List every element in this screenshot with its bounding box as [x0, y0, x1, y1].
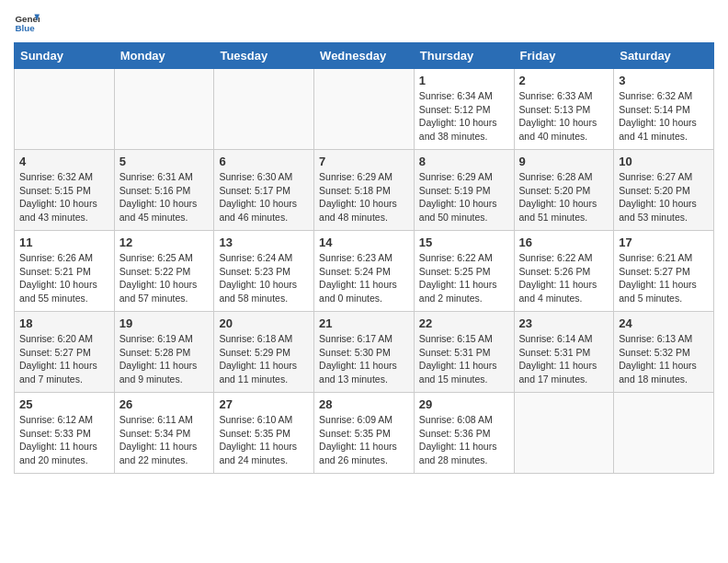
day-number: 20 [219, 316, 309, 330]
day-info: Sunrise: 6:34 AMSunset: 5:12 PMDaylight:… [419, 89, 509, 144]
day-number: 16 [519, 236, 609, 249]
day-info: Sunrise: 6:22 AMSunset: 5:26 PMDaylight:… [519, 251, 609, 305]
day-info: Sunrise: 6:26 AMSunset: 5:21 PMDaylight:… [19, 251, 109, 305]
calendar-cell: 3Sunrise: 6:32 AMSunset: 5:14 PMDaylight… [614, 69, 714, 150]
calendar-cell: 26Sunrise: 6:11 AMSunset: 5:34 PMDayligh… [114, 393, 214, 474]
week-row-4: 18Sunrise: 6:20 AMSunset: 5:27 PMDayligh… [15, 312, 714, 393]
day-info: Sunrise: 6:20 AMSunset: 5:27 PMDaylight:… [19, 332, 109, 386]
calendar-cell: 18Sunrise: 6:20 AMSunset: 5:27 PMDayligh… [15, 312, 115, 393]
calendar-cell: 9Sunrise: 6:28 AMSunset: 5:20 PMDaylight… [514, 150, 614, 231]
day-info: Sunrise: 6:17 AMSunset: 5:30 PMDaylight:… [319, 332, 409, 386]
day-info: Sunrise: 6:10 AMSunset: 5:35 PMDaylight:… [219, 413, 309, 467]
calendar-cell: 13Sunrise: 6:24 AMSunset: 5:23 PMDayligh… [214, 231, 314, 312]
svg-text:Blue: Blue [15, 23, 35, 33]
weekday-header-row: SundayMondayTuesdayWednesdayThursdayFrid… [15, 43, 714, 69]
weekday-header-wednesday: Wednesday [314, 43, 415, 69]
day-number: 6 [219, 155, 309, 168]
week-row-1: 1Sunrise: 6:34 AMSunset: 5:12 PMDaylight… [15, 69, 714, 150]
calendar-cell: 2Sunrise: 6:33 AMSunset: 5:13 PMDaylight… [514, 69, 614, 150]
day-info: Sunrise: 6:11 AMSunset: 5:34 PMDaylight:… [119, 413, 210, 467]
day-info: Sunrise: 6:27 AMSunset: 5:20 PMDaylight:… [619, 170, 709, 224]
calendar-cell: 1Sunrise: 6:34 AMSunset: 5:12 PMDaylight… [414, 69, 514, 150]
weekday-header-thursday: Thursday [414, 43, 514, 69]
calendar-cell: 7Sunrise: 6:29 AMSunset: 5:18 PMDaylight… [314, 150, 415, 231]
day-number: 4 [19, 155, 109, 168]
day-info: Sunrise: 6:29 AMSunset: 5:19 PMDaylight:… [419, 170, 509, 224]
day-number: 25 [19, 397, 109, 411]
day-number: 29 [419, 397, 509, 411]
day-number: 8 [419, 155, 509, 168]
day-info: Sunrise: 6:12 AMSunset: 5:33 PMDaylight:… [19, 413, 109, 467]
day-number: 12 [119, 236, 210, 249]
day-number: 17 [619, 236, 709, 249]
day-number: 18 [19, 316, 109, 330]
day-info: Sunrise: 6:13 AMSunset: 5:32 PMDaylight:… [619, 332, 709, 386]
calendar-cell [314, 69, 415, 150]
day-info: Sunrise: 6:14 AMSunset: 5:31 PMDaylight:… [519, 332, 609, 386]
day-number: 2 [519, 74, 609, 87]
day-info: Sunrise: 6:09 AMSunset: 5:35 PMDaylight:… [319, 413, 409, 467]
day-number: 21 [319, 316, 409, 330]
day-info: Sunrise: 6:23 AMSunset: 5:24 PMDaylight:… [319, 251, 409, 305]
day-info: Sunrise: 6:15 AMSunset: 5:31 PMDaylight:… [419, 332, 509, 386]
calendar-cell: 17Sunrise: 6:21 AMSunset: 5:27 PMDayligh… [614, 231, 714, 312]
day-number: 19 [119, 316, 210, 330]
calendar-cell [114, 69, 214, 150]
day-info: Sunrise: 6:18 AMSunset: 5:29 PMDaylight:… [219, 332, 309, 386]
logo-icon: General Blue [14, 9, 40, 35]
calendar-cell: 5Sunrise: 6:31 AMSunset: 5:16 PMDaylight… [114, 150, 214, 231]
day-info: Sunrise: 6:31 AMSunset: 5:16 PMDaylight:… [119, 170, 210, 224]
day-info: Sunrise: 6:33 AMSunset: 5:13 PMDaylight:… [519, 89, 609, 144]
calendar-cell: 20Sunrise: 6:18 AMSunset: 5:29 PMDayligh… [214, 312, 314, 393]
weekday-header-sunday: Sunday [15, 43, 115, 69]
day-info: Sunrise: 6:28 AMSunset: 5:20 PMDaylight:… [519, 170, 609, 224]
day-info: Sunrise: 6:22 AMSunset: 5:25 PMDaylight:… [419, 251, 509, 305]
calendar-cell: 22Sunrise: 6:15 AMSunset: 5:31 PMDayligh… [414, 312, 514, 393]
calendar-cell: 28Sunrise: 6:09 AMSunset: 5:35 PMDayligh… [314, 393, 415, 474]
page-header: General Blue [14, 9, 714, 35]
logo: General Blue [14, 9, 43, 35]
day-number: 15 [419, 236, 509, 249]
calendar-cell [214, 69, 314, 150]
day-number: 10 [619, 155, 709, 168]
day-number: 7 [319, 155, 409, 168]
calendar-cell: 8Sunrise: 6:29 AMSunset: 5:19 PMDaylight… [414, 150, 514, 231]
week-row-3: 11Sunrise: 6:26 AMSunset: 5:21 PMDayligh… [15, 231, 714, 312]
week-row-5: 25Sunrise: 6:12 AMSunset: 5:33 PMDayligh… [15, 393, 714, 474]
calendar-cell: 4Sunrise: 6:32 AMSunset: 5:15 PMDaylight… [15, 150, 115, 231]
day-number: 5 [119, 155, 210, 168]
day-number: 28 [319, 397, 409, 411]
calendar-cell: 29Sunrise: 6:08 AMSunset: 5:36 PMDayligh… [414, 393, 514, 474]
calendar-cell: 23Sunrise: 6:14 AMSunset: 5:31 PMDayligh… [514, 312, 614, 393]
day-info: Sunrise: 6:08 AMSunset: 5:36 PMDaylight:… [419, 413, 509, 467]
calendar-cell: 24Sunrise: 6:13 AMSunset: 5:32 PMDayligh… [614, 312, 714, 393]
calendar-cell [514, 393, 614, 474]
week-row-2: 4Sunrise: 6:32 AMSunset: 5:15 PMDaylight… [15, 150, 714, 231]
calendar-cell: 27Sunrise: 6:10 AMSunset: 5:35 PMDayligh… [214, 393, 314, 474]
calendar-cell: 19Sunrise: 6:19 AMSunset: 5:28 PMDayligh… [114, 312, 214, 393]
calendar-cell: 14Sunrise: 6:23 AMSunset: 5:24 PMDayligh… [314, 231, 415, 312]
calendar-table: SundayMondayTuesdayWednesdayThursdayFrid… [14, 42, 714, 474]
calendar-cell: 15Sunrise: 6:22 AMSunset: 5:25 PMDayligh… [414, 231, 514, 312]
calendar-cell: 12Sunrise: 6:25 AMSunset: 5:22 PMDayligh… [114, 231, 214, 312]
day-info: Sunrise: 6:19 AMSunset: 5:28 PMDaylight:… [119, 332, 210, 386]
day-info: Sunrise: 6:32 AMSunset: 5:14 PMDaylight:… [619, 89, 709, 144]
day-number: 23 [519, 316, 609, 330]
weekday-header-friday: Friday [514, 43, 614, 69]
day-number: 27 [219, 397, 309, 411]
calendar-cell: 21Sunrise: 6:17 AMSunset: 5:30 PMDayligh… [314, 312, 415, 393]
day-number: 26 [119, 397, 210, 411]
day-number: 9 [519, 155, 609, 168]
day-number: 11 [19, 236, 109, 249]
day-info: Sunrise: 6:29 AMSunset: 5:18 PMDaylight:… [319, 170, 409, 224]
weekday-header-monday: Monday [114, 43, 214, 69]
calendar-cell [614, 393, 714, 474]
day-info: Sunrise: 6:21 AMSunset: 5:27 PMDaylight:… [619, 251, 709, 305]
day-number: 3 [619, 74, 709, 87]
day-info: Sunrise: 6:32 AMSunset: 5:15 PMDaylight:… [19, 170, 109, 224]
day-info: Sunrise: 6:30 AMSunset: 5:17 PMDaylight:… [219, 170, 309, 224]
day-number: 1 [419, 74, 509, 87]
day-number: 24 [619, 316, 709, 330]
day-number: 14 [319, 236, 409, 249]
day-number: 13 [219, 236, 309, 249]
